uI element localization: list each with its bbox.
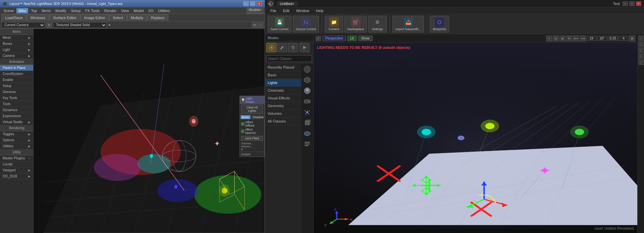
sidebar-item-lscript[interactable]: Lscript xyxy=(0,161,33,167)
modes-search-input[interactable] xyxy=(266,55,312,62)
sidebar-item-virtual-studio[interactable]: Virtual Studio ▶ xyxy=(0,119,33,125)
utilities-menu[interactable]: Utilities xyxy=(156,8,172,13)
sidebar-item-genoma[interactable]: Genoma xyxy=(0,89,33,95)
vp-tool-3[interactable]: ⊗ xyxy=(559,35,566,42)
clear-all-btn[interactable]: Clear All Lights xyxy=(240,104,264,114)
side-panel-btn-1[interactable]: ⟩ xyxy=(638,35,644,41)
tab-surface-editor[interactable]: Surface Editor xyxy=(49,14,80,21)
side-panel-btn-2[interactable]: ⟩ xyxy=(638,42,644,47)
close-button[interactable]: ✕ xyxy=(257,1,262,6)
vp-tool-5[interactable]: ⟵ xyxy=(573,35,579,42)
vp-number-3[interactable]: 4 xyxy=(619,36,629,41)
side-panel-btn-3[interactable]: ⟩ xyxy=(638,48,644,53)
tab-image-editor[interactable]: Image Editor xyxy=(80,14,109,21)
sidebar-item-od2018[interactable]: OD_2018 ▶ xyxy=(0,173,33,179)
lit-button[interactable]: Lit xyxy=(347,35,357,41)
ue-close-button[interactable]: ✕ xyxy=(636,1,641,6)
edit-menu[interactable]: Edit xyxy=(280,8,292,13)
sidebar-item-expressions[interactable]: Expressions xyxy=(0,113,33,119)
viewport-expand-icon[interactable]: ⤢ xyxy=(258,22,263,28)
mode-foliage-icon[interactable] xyxy=(288,43,298,52)
basic-tab[interactable]: Basic xyxy=(240,115,251,119)
sidebar-item-utilities[interactable]: Utilities ▶ xyxy=(0,143,33,149)
shade-select[interactable]: Textured Shaded Solid xyxy=(53,22,107,28)
mike-menu[interactable]: Mike xyxy=(16,8,28,13)
sidebar-item-parent-in-place[interactable]: Parent in Place xyxy=(0,65,33,71)
viewport-maximize-icon[interactable]: ⤢ xyxy=(316,36,321,41)
sidebar-item-light[interactable]: Light ▶ xyxy=(0,47,33,53)
scene-menu[interactable]: Scene xyxy=(1,8,16,13)
viewport-settings-icon[interactable]: ⚙ xyxy=(46,22,52,28)
ue-tab-untitled[interactable]: Untitled+ xyxy=(276,1,298,6)
side-panel-btn-4[interactable]: ⟩ xyxy=(638,54,644,59)
window-menu[interactable]: Window xyxy=(293,8,312,13)
viewport-config-icon[interactable]: ⚙ xyxy=(252,22,257,28)
top-menu[interactable]: Top xyxy=(29,8,39,13)
vp-tool-4[interactable]: ↻ xyxy=(566,35,572,42)
ue-viewport-canvas[interactable]: LIGHTING NEEDS TO BE REBUILT (9 unbuilt … xyxy=(314,43,637,233)
save-current-button[interactable]: 💾 Save Current xyxy=(268,16,291,32)
file-menu[interactable]: File xyxy=(268,8,279,13)
modeler-button[interactable]: Modeler xyxy=(247,8,263,14)
tab-load-save[interactable]: Load/Save xyxy=(1,14,26,21)
modes-item-volumes[interactable]: Volumes xyxy=(265,110,301,118)
marketplace-button[interactable]: 🛒 Marketplace xyxy=(344,16,367,32)
model-menu[interactable]: Model xyxy=(132,8,146,13)
tab-replace[interactable]: Replace xyxy=(147,14,168,21)
setup-menu[interactable]: Setup xyxy=(69,8,83,13)
ue-minimize-button[interactable]: ─ xyxy=(623,1,628,6)
vp-tool-6[interactable]: ⟶ xyxy=(580,35,586,42)
import-datasmith-button[interactable]: 📥 Import Datasmith... xyxy=(392,16,424,32)
lens-flare-btn[interactable]: Lens Flare xyxy=(241,136,263,141)
help-menu[interactable]: Help xyxy=(313,8,326,13)
sidebar-item-setup[interactable]: Setup xyxy=(0,83,33,89)
modify-menu[interactable]: Modify xyxy=(53,8,68,13)
modes-item-basic[interactable]: Basic xyxy=(265,71,301,79)
shadow-tab[interactable]: Shadow xyxy=(251,115,265,119)
sidebar-item-key-tools[interactable]: Key Tools xyxy=(0,95,33,101)
minimize-button[interactable]: ─ xyxy=(243,1,249,6)
sidebar-item-enable[interactable]: Enable xyxy=(0,77,33,83)
sidebar-item-viewport[interactable]: Viewport ▶ xyxy=(0,167,33,173)
mode-arrow-icon[interactable] xyxy=(300,43,310,52)
vp-zoom[interactable]: 0.25 xyxy=(608,36,618,41)
tab-windows[interactable]: Windows xyxy=(27,14,49,21)
modes-item-visual-effects[interactable]: Visual Effects xyxy=(265,94,301,102)
ue-maximize-button[interactable]: □ xyxy=(629,1,635,6)
mode-paint-icon[interactable] xyxy=(277,43,287,52)
settings-button[interactable]: ⚙ Settings xyxy=(368,16,387,32)
modes-item-all-classes[interactable]: All Classes xyxy=(265,118,301,125)
modes-item-recently-placed[interactable]: Recently Placed xyxy=(265,64,301,71)
sidebar-item-bones[interactable]: Bones ▶ xyxy=(0,41,33,47)
content-button[interactable]: 📁 Content xyxy=(325,16,343,32)
sidebar-item-camera[interactable]: Camera ▶ xyxy=(0,53,33,59)
source-control-button[interactable]: ↑↓ Source Control xyxy=(293,16,319,32)
vp-tool-1[interactable]: + xyxy=(546,35,552,42)
view-menu[interactable]: View xyxy=(119,8,131,13)
lw-viewport[interactable]: ✦ ✦ ✦ xyxy=(34,29,265,233)
modes-item-lights[interactable]: Lights xyxy=(265,79,301,87)
side-panel-btn-5[interactable]: ⟩ xyxy=(638,60,644,65)
affect-diffuse-check[interactable]: ✓ xyxy=(241,122,245,126)
perspective-button[interactable]: Perspective xyxy=(322,35,346,41)
io-menu[interactable]: I/O xyxy=(147,8,156,13)
vp-number-2[interactable]: 10° xyxy=(597,36,607,41)
sidebar-item-tools[interactable]: Tools xyxy=(0,101,33,107)
vp-number-1[interactable]: 19 xyxy=(586,36,596,41)
tab-select[interactable]: Select xyxy=(109,14,127,21)
affect-opengl-check[interactable]: ✓ xyxy=(241,130,244,133)
sidebar-item-toggles[interactable]: Toggles ▶ xyxy=(0,131,33,137)
vp-tool-7[interactable]: ⊞ xyxy=(629,35,635,42)
sidebar-item-master-plugins[interactable]: Master Plugins ○ xyxy=(0,155,33,161)
sidebar-item-options[interactable]: Options ▶ xyxy=(0,137,33,143)
blueprints-button[interactable]: ⬡ Blueprints xyxy=(430,16,449,32)
fxtools-menu[interactable]: FX Tools xyxy=(83,8,102,13)
maximize-button[interactable]: □ xyxy=(250,1,255,6)
sidebar-item-coordsystem[interactable]: CoordSystem xyxy=(0,71,33,77)
sidebar-item-mesh[interactable]: Mesh ▶ xyxy=(0,35,33,41)
mode-place-icon[interactable] xyxy=(266,43,276,52)
vp-tool-2[interactable]: ◎ xyxy=(553,35,559,42)
modes-item-geometry[interactable]: Geometry xyxy=(265,102,301,110)
render-menu[interactable]: Render xyxy=(102,8,118,13)
tab-multiply[interactable]: Multiply xyxy=(127,14,147,21)
